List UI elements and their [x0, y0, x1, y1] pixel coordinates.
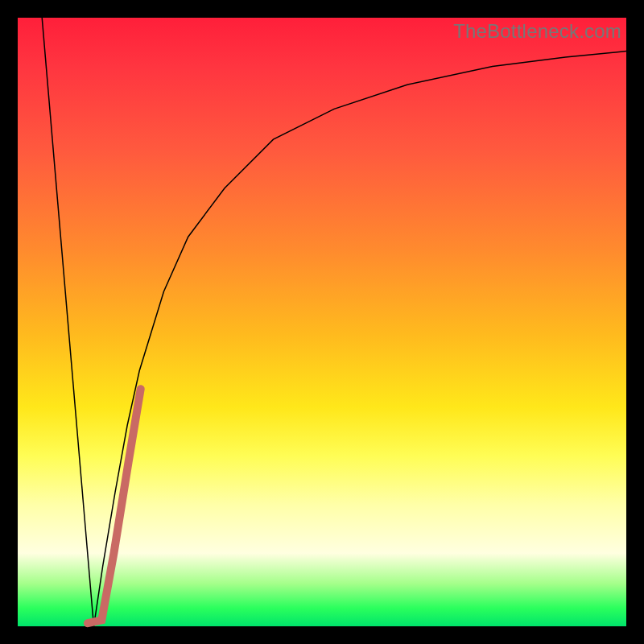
- chart-frame: TheBottleneck.com: [0, 0, 644, 644]
- series-ascent-curve: [94, 52, 627, 626]
- chart-svg: [18, 18, 626, 626]
- plot-area: TheBottleneck.com: [18, 18, 626, 626]
- series-descent: [42, 18, 93, 626]
- series-highlight-stub: [88, 389, 141, 623]
